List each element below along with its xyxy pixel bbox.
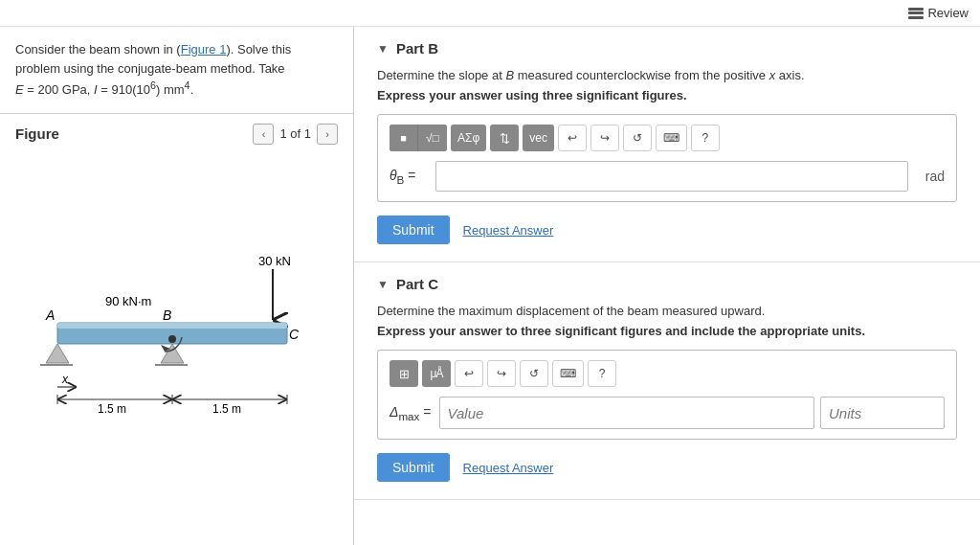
beam-figure: 30 kN 90 kN	[15, 152, 338, 535]
refresh-btn[interactable]: ↺	[623, 125, 652, 151]
moment-label: 90 kN·m	[105, 294, 151, 308]
part-c-label: Part C	[396, 276, 438, 292]
part-b-unit: rad	[916, 169, 945, 184]
top-bar: Review	[0, 0, 980, 27]
part-b-toolbar: ■ √□ ΑΣφ ⇅ vec ↩ ↪ ↺ ⌨ ?	[390, 125, 945, 151]
nav-next-button[interactable]: ›	[317, 124, 338, 145]
matrix-btn[interactable]: ■	[390, 125, 418, 151]
part-c-collapse[interactable]: ▼	[377, 278, 389, 291]
symbol-btn[interactable]: ΑΣφ	[451, 125, 486, 151]
part-c-header: ▼ Part C	[377, 276, 957, 292]
part-b-submit-row: Submit Request Answer	[377, 216, 957, 244]
part-c-section: ▼ Part C Determine the maximum displacem…	[354, 262, 980, 500]
figure-title: Figure	[15, 125, 59, 142]
part-b-collapse[interactable]: ▼	[377, 42, 389, 56]
part-c-submit-button[interactable]: Submit	[377, 453, 450, 482]
part-b-input[interactable]	[435, 161, 908, 192]
problem-text: Consider the beam shown in (Figure 1). S…	[0, 27, 353, 114]
dim-right: 1.5 m	[212, 402, 241, 416]
part-b-section: ▼ Part B Determine the slope at B measur…	[354, 27, 980, 262]
part-c-request-answer-button[interactable]: Request Answer	[463, 461, 554, 475]
point-c-label: C	[289, 327, 300, 342]
part-c-input-label: Δmax =	[390, 404, 432, 422]
part-c-instruction: Express your answer to three significant…	[377, 324, 957, 338]
right-panel: ▼ Part B Determine the slope at B measur…	[354, 27, 980, 545]
help-btn-b[interactable]: ?	[691, 125, 720, 151]
part-c-description: Determine the maximum displacement of th…	[377, 304, 957, 318]
figure-nav-label: 1 of 1	[279, 126, 311, 141]
point-a-label: A	[45, 307, 55, 323]
undo-btn-c[interactable]: ↩	[455, 360, 483, 387]
part-b-description: Determine the slope at B measured counte…	[377, 68, 957, 82]
review-icon	[908, 8, 924, 19]
sqrt-btn[interactable]: √□	[418, 125, 447, 151]
part-c-input-row: Δmax =	[390, 397, 945, 429]
undo-btn[interactable]: ↩	[558, 125, 587, 151]
part-c-toolbar: ⊞ μÅ ↩ ↪ ↺ ⌨ ?	[390, 360, 945, 387]
part-b-label: Part B	[396, 40, 438, 57]
part-c-submit-row: Submit Request Answer	[377, 453, 957, 482]
left-panel: Consider the beam shown in (Figure 1). S…	[0, 27, 354, 545]
part-c-units-input[interactable]	[820, 397, 945, 429]
figure-section: Figure ‹ 1 of 1 › 30 kN	[0, 114, 353, 545]
svg-rect-2	[57, 323, 287, 329]
load-label: 30 kN	[258, 254, 291, 268]
review-button[interactable]: Review	[908, 6, 969, 20]
help-btn-c[interactable]: ?	[588, 360, 616, 387]
part-b-input-label: θB =	[390, 168, 428, 186]
mu-btn[interactable]: μÅ	[422, 360, 451, 387]
problem-math: E = 200 GPa, I = 910(106) mm4.	[15, 82, 193, 97]
problem-text-1: Consider the beam shown in (	[15, 42, 181, 57]
figure-nav: ‹ 1 of 1 ›	[253, 124, 338, 145]
part-b-header: ▼ Part B	[377, 40, 957, 57]
part-b-request-answer-button[interactable]: Request Answer	[463, 223, 554, 238]
dim-left: 1.5 m	[98, 402, 126, 416]
review-label: Review	[927, 6, 969, 20]
support-b-dot	[168, 335, 176, 343]
point-b-label: B	[163, 307, 171, 323]
keyboard-btn[interactable]: ⌨	[656, 125, 687, 151]
nav-prev-button[interactable]: ‹	[253, 124, 274, 145]
figure-link[interactable]: Figure 1	[181, 42, 227, 57]
part-b-instruction: Express your answer using three signific…	[377, 88, 957, 102]
refresh-btn-c[interactable]: ↺	[520, 360, 548, 387]
part-b-submit-button[interactable]: Submit	[377, 216, 450, 244]
updown-btn[interactable]: ⇅	[490, 125, 519, 151]
main-layout: Consider the beam shown in (Figure 1). S…	[0, 27, 980, 545]
figure-header: Figure ‹ 1 of 1 ›	[15, 124, 338, 145]
keyboard-btn-c[interactable]: ⌨	[552, 360, 584, 387]
part-b-toolbar-group1: ■ √□	[390, 125, 447, 151]
redo-btn-c[interactable]: ↪	[487, 360, 516, 387]
dim-x: x	[61, 373, 69, 386]
redo-btn[interactable]: ↪	[590, 125, 619, 151]
vec-btn[interactable]: vec	[523, 125, 554, 151]
part-c-value-units	[439, 397, 945, 429]
part-b-input-row: θB = rad	[390, 161, 945, 192]
part-c-value-input[interactable]	[439, 397, 814, 429]
support-a	[46, 344, 69, 363]
part-b-answer-box: ■ √□ ΑΣφ ⇅ vec ↩ ↪ ↺ ⌨ ? θB =	[377, 114, 957, 202]
part-c-answer-box: ⊞ μÅ ↩ ↪ ↺ ⌨ ? Δmax =	[377, 350, 957, 440]
beam-svg: 30 kN 90 kN	[29, 248, 325, 440]
grid-btn[interactable]: ⊞	[390, 360, 418, 387]
